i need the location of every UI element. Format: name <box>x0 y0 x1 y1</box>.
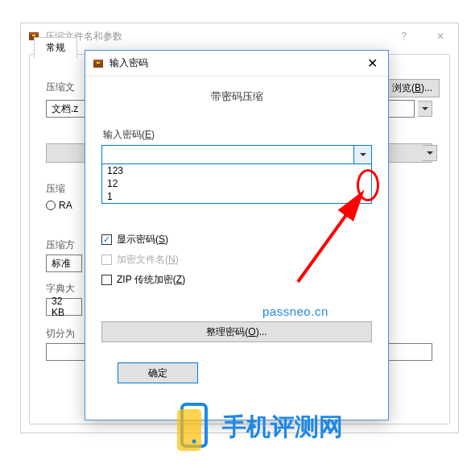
dict-label-row: 字典大 <box>46 282 75 296</box>
svg-rect-5 <box>97 62 100 64</box>
pwd-dropdown-list: 123 12 1 <box>101 164 372 204</box>
dropdown-item[interactable]: 1 <box>102 190 371 203</box>
main-titlebar: 压缩文件名和参数 ? ✕ <box>21 23 458 49</box>
organize-passwords-button[interactable]: 整理密码(O)... <box>101 321 372 342</box>
phone-icon <box>177 403 216 451</box>
method-label-row: 压缩方 <box>46 238 75 252</box>
encrypt-names-checkbox <box>101 255 112 265</box>
svg-rect-9 <box>177 409 201 451</box>
zip-legacy-checkbox[interactable] <box>101 275 112 285</box>
method-select[interactable]: 标准 <box>46 255 82 272</box>
archive-name-dropdown[interactable] <box>418 101 432 117</box>
close-button-pwd[interactable]: ✕ <box>356 52 388 76</box>
chevron-down-icon <box>422 107 428 110</box>
pwd-input[interactable] <box>102 146 353 163</box>
pwd-combo <box>101 145 372 164</box>
password-dialog: 输入密码 ✕ 带密码压缩 输入密码(E) 123 12 1 显示密码(S) 加密… <box>85 50 389 420</box>
close-button-main[interactable]: ✕ <box>422 24 458 48</box>
archive-name-label: 压缩文 <box>46 81 75 94</box>
browse-button[interactable]: 浏览(B)... <box>385 79 440 97</box>
ok-button[interactable]: 确定 <box>118 362 198 383</box>
dict-input-row: 32 KB <box>46 298 82 316</box>
svg-point-10 <box>192 440 196 444</box>
brand-text: 手机评测网 <box>222 411 343 444</box>
chevron-down-icon <box>427 151 433 155</box>
radio-rar[interactable] <box>46 201 56 210</box>
svg-rect-2 <box>32 35 35 36</box>
pwd-input-label: 输入密码(E) <box>103 128 372 142</box>
archive-name-row: 压缩文 <box>46 81 75 94</box>
method-input-row: 标准 <box>46 255 82 272</box>
dropdown-item[interactable]: 12 <box>102 177 371 190</box>
show-password-label: 显示密码(S) <box>117 233 168 246</box>
winrar-icon <box>92 57 105 70</box>
show-password-checkbox[interactable] <box>101 234 112 245</box>
zip-legacy-row: ZIP 传统加密(Z) <box>101 273 372 287</box>
dict-label: 字典大 <box>46 282 75 296</box>
dict-select[interactable]: 32 KB <box>46 298 82 316</box>
show-password-row: 显示密码(S) <box>101 233 372 246</box>
brand-logo: 手机评测网 <box>177 403 343 451</box>
encrypt-names-row: 加密文件名(N) <box>101 253 372 267</box>
format-rar-row: RA <box>46 200 72 211</box>
dropdown-item[interactable]: 123 <box>102 164 371 177</box>
annotation-circle <box>357 169 379 201</box>
pwd-dropdown-button[interactable] <box>353 146 371 163</box>
help-button[interactable]: ? <box>386 24 422 48</box>
method-label: 压缩方 <box>46 238 75 252</box>
pwd-title: 输入密码 <box>109 56 356 70</box>
split-label-row: 切分为 <box>46 327 75 341</box>
zip-legacy-label: ZIP 传统加密(Z) <box>117 273 185 287</box>
main-title: 压缩文件名和参数 <box>45 30 386 43</box>
pwd-titlebar: 输入密码 ✕ <box>85 51 388 77</box>
pwd-header: 带密码压缩 <box>101 89 372 104</box>
radio-rar-label: RA <box>59 200 72 211</box>
svg-rect-4 <box>93 60 103 62</box>
format-row: 压缩 <box>46 182 65 196</box>
pwd-body: 带密码压缩 输入密码(E) 123 12 1 显示密码(S) 加密文件名(N) … <box>85 77 388 420</box>
tab-general[interactable]: 常规 <box>34 37 77 59</box>
chevron-down-icon <box>360 153 366 156</box>
split-label: 切分为 <box>46 327 75 341</box>
encrypt-names-label: 加密文件名(N) <box>117 253 179 267</box>
profile-dropdown[interactable] <box>423 145 437 161</box>
svg-rect-1 <box>29 32 39 35</box>
watermark-text: passneo.cn <box>262 304 328 318</box>
format-label: 压缩 <box>46 182 65 196</box>
